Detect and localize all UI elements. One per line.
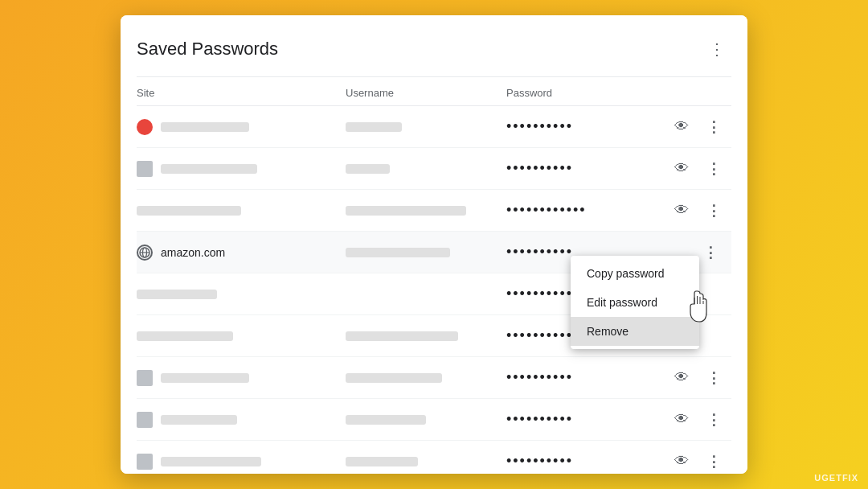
show-password-button[interactable]: 👁 bbox=[667, 447, 696, 475]
col-header-actions bbox=[667, 87, 731, 99]
password-dots: •••••••••• bbox=[506, 244, 573, 260]
row-actions: 👁 ⋮ bbox=[667, 447, 735, 475]
site-name-blurred bbox=[161, 164, 257, 174]
col-header-password: Password bbox=[506, 87, 667, 99]
site-cell bbox=[137, 109, 346, 145]
eye-icon: 👁 bbox=[674, 369, 689, 386]
username-blurred bbox=[346, 164, 390, 174]
password-dots: •••••••••• bbox=[506, 453, 573, 469]
site-name-blurred bbox=[137, 331, 233, 341]
row-more-options-button[interactable]: ⋮ bbox=[699, 405, 728, 434]
show-password-button[interactable]: 👁 bbox=[667, 196, 696, 225]
kebab-icon: ⋮ bbox=[706, 118, 721, 136]
site-cell bbox=[137, 444, 346, 475]
password-cell: •••••••••• bbox=[506, 360, 667, 396]
eye-icon: 👁 bbox=[674, 411, 689, 428]
username-blurred bbox=[346, 122, 402, 132]
eye-icon: 👁 bbox=[674, 202, 689, 219]
table-row: •••••••••• 👁 ⋮ bbox=[137, 357, 731, 399]
site-favicon bbox=[137, 412, 153, 428]
col-header-username: Username bbox=[346, 87, 506, 99]
username-blurred bbox=[346, 206, 466, 216]
row-more-options-button[interactable]: ⋮ bbox=[699, 447, 728, 475]
username-cell bbox=[346, 196, 506, 225]
eye-icon: 👁 bbox=[674, 160, 689, 177]
password-cell: •••••••••• bbox=[506, 150, 667, 187]
password-cell: •••••••••• bbox=[506, 109, 667, 145]
site-favicon bbox=[137, 454, 153, 470]
table-row: •••••••••• 👁 ⋮ bbox=[137, 106, 731, 148]
context-menu-remove[interactable]: Remove bbox=[571, 317, 699, 346]
site-cell bbox=[137, 402, 346, 438]
username-cell bbox=[346, 447, 506, 475]
context-menu-copy-password[interactable]: Copy password bbox=[571, 259, 699, 288]
password-cell: •••••••••••• bbox=[506, 192, 667, 228]
site-favicon-globe bbox=[137, 244, 153, 261]
username-cell bbox=[346, 238, 506, 267]
show-password-button[interactable]: 👁 bbox=[667, 364, 696, 392]
site-cell bbox=[137, 196, 346, 225]
site-name-blurred bbox=[161, 373, 249, 383]
row-more-options-button[interactable]: ⋮ bbox=[699, 196, 728, 225]
site-name-blurred bbox=[161, 457, 261, 466]
context-menu: Copy password Edit password Remove bbox=[571, 256, 699, 349]
row-more-options-button[interactable]: ⋮ bbox=[699, 154, 728, 183]
username-blurred bbox=[346, 457, 418, 466]
browser-window: Saved Passwords ⋮ Site Username Password… bbox=[121, 15, 747, 474]
username-blurred bbox=[346, 373, 442, 383]
col-header-site: Site bbox=[137, 87, 346, 99]
row-more-options-button[interactable]: ⋮ bbox=[696, 238, 725, 267]
username-cell bbox=[346, 154, 506, 183]
site-cell bbox=[137, 280, 346, 309]
password-cell: •••••••••• bbox=[506, 401, 667, 438]
table-row: •••••••••• 👁 ⋮ bbox=[137, 399, 731, 441]
show-password-button[interactable]: 👁 bbox=[667, 113, 696, 142]
row-actions: 👁 ⋮ bbox=[667, 154, 735, 183]
password-dots: •••••••••• bbox=[506, 411, 573, 427]
username-blurred bbox=[346, 415, 426, 425]
username-blurred bbox=[346, 248, 450, 257]
password-dots: •••••••••• bbox=[506, 286, 573, 302]
site-name-blurred bbox=[161, 122, 249, 132]
site-name-blurred bbox=[161, 415, 237, 425]
eye-icon: 👁 bbox=[674, 453, 689, 470]
site-favicon bbox=[137, 161, 153, 177]
show-password-button[interactable]: 👁 bbox=[667, 405, 696, 434]
username-cell bbox=[346, 285, 506, 304]
context-menu-edit-password[interactable]: Edit password bbox=[571, 288, 699, 317]
table-row: •••••••••• 👁 ⋮ bbox=[137, 441, 731, 474]
row-more-options-button[interactable]: ⋮ bbox=[699, 364, 728, 392]
password-cell: •••••••••• bbox=[506, 443, 667, 474]
eye-icon: 👁 bbox=[674, 118, 689, 135]
password-dots: •••••••••• bbox=[506, 160, 573, 176]
site-name-blurred bbox=[137, 290, 217, 299]
password-dots: •••••••••• bbox=[506, 118, 573, 134]
site-name-blurred bbox=[137, 206, 241, 216]
content-area: Saved Passwords ⋮ Site Username Password… bbox=[121, 15, 747, 474]
kebab-icon: ⋮ bbox=[706, 369, 721, 387]
kebab-icon: ⋮ bbox=[703, 244, 718, 261]
site-cell bbox=[137, 151, 346, 187]
table-row: •••••••••• 👁 ⋮ bbox=[137, 148, 731, 190]
row-actions: 👁 ⋮ bbox=[667, 196, 735, 225]
site-cell bbox=[137, 322, 346, 351]
kebab-icon: ⋮ bbox=[706, 202, 721, 220]
username-cell bbox=[346, 364, 506, 392]
site-cell: amazon.com bbox=[137, 235, 346, 270]
table-row: •••••••••••• 👁 ⋮ bbox=[137, 190, 731, 232]
page-more-options-button[interactable]: ⋮ bbox=[702, 35, 731, 64]
row-actions: 👁 ⋮ bbox=[667, 364, 735, 392]
show-password-button[interactable]: 👁 bbox=[667, 154, 696, 183]
row-actions: 👁 ⋮ bbox=[667, 405, 735, 434]
table-header: Site Username Password bbox=[137, 77, 731, 106]
page-title: Saved Passwords bbox=[137, 39, 278, 60]
username-blurred bbox=[346, 331, 458, 341]
page-header: Saved Passwords ⋮ bbox=[137, 15, 731, 77]
username-cell bbox=[346, 405, 506, 434]
site-name: amazon.com bbox=[161, 246, 225, 259]
password-dots: •••••••••••• bbox=[506, 202, 587, 218]
site-favicon bbox=[137, 119, 153, 135]
row-more-options-button[interactable]: ⋮ bbox=[699, 113, 728, 142]
site-cell bbox=[137, 360, 346, 396]
kebab-icon: ⋮ bbox=[706, 160, 721, 178]
